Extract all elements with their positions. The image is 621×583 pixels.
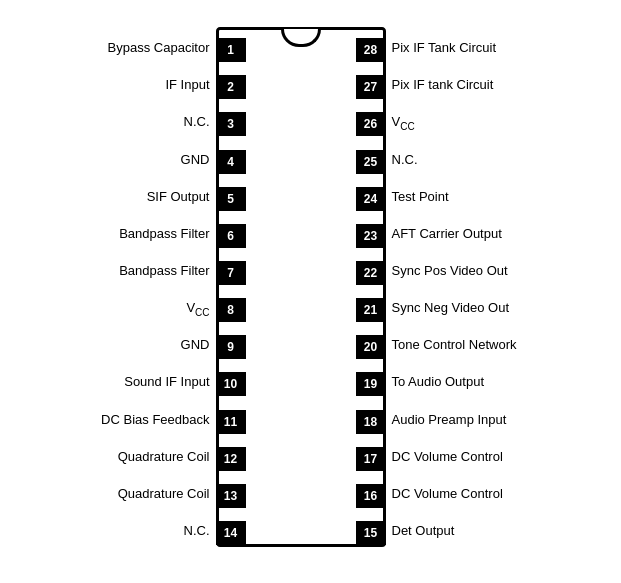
pin-7-label: Bandpass Filter	[21, 263, 210, 278]
pin-22-pad: 22	[356, 261, 386, 285]
pin-15-label: Det Output	[392, 523, 455, 538]
pin-16-label: DC Volume Control	[392, 486, 503, 501]
pin-5-pad: 5	[216, 187, 246, 211]
pin-19-pad: 19	[356, 372, 386, 396]
pin-24-pad: 24	[356, 187, 386, 211]
pin-19-label: To Audio Output	[392, 374, 485, 389]
ic-notch	[281, 29, 321, 47]
pin-17-label: DC Volume Control	[392, 449, 503, 464]
pin-21-label: Sync Neg Video Out	[392, 300, 510, 315]
pin-9-pad: 9	[216, 335, 246, 359]
pin-21-pad: 21	[356, 298, 386, 322]
pin-11-label: DC Bias Feedback	[21, 412, 210, 427]
pin-28-label: Pix IF Tank Circuit	[392, 40, 497, 55]
pin-24-label: Test Point	[392, 189, 449, 204]
pin-18-label: Audio Preamp Input	[392, 412, 507, 427]
pin-20-label: Tone Control Network	[392, 337, 517, 352]
pin-12-pad: 12	[216, 447, 246, 471]
pin-23-label: AFT Carrier Output	[392, 226, 502, 241]
pin-18-pad: 18	[356, 410, 386, 434]
pin-4-pad: 4	[216, 150, 246, 174]
pin-13-label: Quadrature Coil	[21, 486, 210, 501]
pin-22-label: Sync Pos Video Out	[392, 263, 508, 278]
pin-9-label: GND	[21, 337, 210, 352]
pin-3-label: N.C.	[21, 114, 210, 129]
pin-17-pad: 17	[356, 447, 386, 471]
pin-10-pad: 10	[216, 372, 246, 396]
pin-4-label: GND	[21, 152, 210, 167]
pin-26-label: VCC	[392, 114, 415, 132]
pin-12-label: Quadrature Coil	[21, 449, 210, 464]
pin-1-pad: 1	[216, 38, 246, 62]
pin-5-label: SIF Output	[21, 189, 210, 204]
pin-25-pad: 25	[356, 150, 386, 174]
pin-28-pad: 28	[356, 38, 386, 62]
pin-13-pad: 13	[216, 484, 246, 508]
pin-16-pad: 16	[356, 484, 386, 508]
pin-26-pad: 26	[356, 112, 386, 136]
pin-10-label: Sound IF Input	[21, 374, 210, 389]
pin-6-pad: 6	[216, 224, 246, 248]
ic-diagram: .pin-block-left, .pin-block-right { posi…	[21, 17, 601, 567]
pin-2-label: IF Input	[21, 77, 210, 92]
pin-2-pad: 2	[216, 75, 246, 99]
pin-25-label: N.C.	[392, 152, 418, 167]
pin-1-label: Bypass Capacitor	[21, 40, 210, 55]
pin-14-pad: 14	[216, 521, 246, 545]
pin-15-pad: 15	[356, 521, 386, 545]
pin-14-label: N.C.	[21, 523, 210, 538]
pin-27-pad: 27	[356, 75, 386, 99]
pin-8-label: VCC	[21, 300, 210, 318]
pin-3-pad: 3	[216, 112, 246, 136]
pin-11-pad: 11	[216, 410, 246, 434]
pin-20-pad: 20	[356, 335, 386, 359]
pin-27-label: Pix IF tank Circuit	[392, 77, 494, 92]
pin-23-pad: 23	[356, 224, 386, 248]
pin-8-pad: 8	[216, 298, 246, 322]
pin-6-label: Bandpass Filter	[21, 226, 210, 241]
pin-7-pad: 7	[216, 261, 246, 285]
